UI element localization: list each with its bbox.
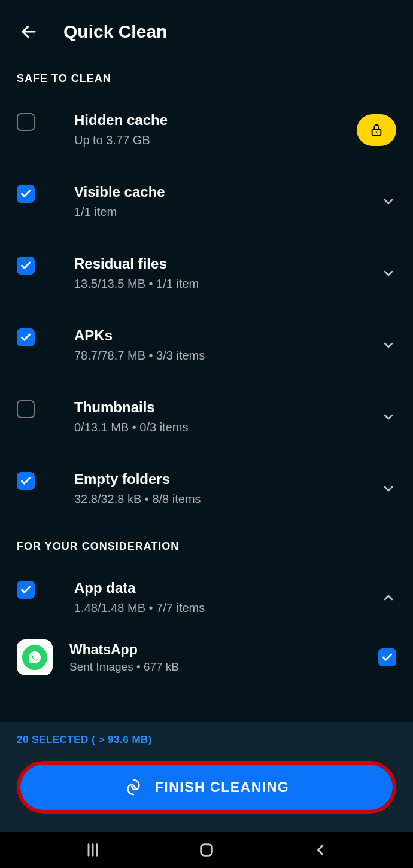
back-button[interactable] bbox=[18, 21, 40, 42]
item-subtitle: 13.5/13.5 MB • 1/1 item bbox=[74, 277, 364, 291]
chevron-down-icon[interactable] bbox=[381, 481, 396, 497]
chevron-down-icon[interactable] bbox=[381, 337, 396, 353]
nested-subtitle: Sent Images • 677 kB bbox=[69, 660, 362, 674]
chevron-up-icon[interactable] bbox=[381, 590, 396, 605]
item-app-data[interactable]: App data 1.48/1.48 MB • 7/7 items bbox=[0, 562, 413, 634]
checkbox-thumbnails[interactable] bbox=[17, 400, 35, 418]
item-title: Empty folders bbox=[74, 471, 364, 488]
checkbox-hidden-cache[interactable] bbox=[17, 113, 35, 131]
item-title: Thumbnails bbox=[74, 399, 364, 416]
item-subtitle: 1.48/1.48 MB • 7/7 items bbox=[74, 601, 364, 615]
item-subtitle: 1/1 item bbox=[74, 205, 364, 219]
item-title: App data bbox=[74, 580, 364, 596]
item-subtitle: Up to 3.77 GB bbox=[74, 133, 340, 147]
bottom-bar: 20 SELECTED ( > 93.6 MB) FINISH CLEANING bbox=[0, 722, 413, 832]
svg-rect-6 bbox=[201, 844, 212, 855]
checkbox-app-data[interactable] bbox=[17, 581, 35, 599]
chevron-down-icon[interactable] bbox=[381, 266, 396, 281]
lock-badge[interactable] bbox=[357, 114, 396, 146]
page-title: Quick Clean bbox=[63, 22, 167, 42]
chevron-down-icon[interactable] bbox=[381, 194, 396, 209]
section-consideration-header: FOR YOUR CONSIDERATION bbox=[0, 525, 413, 562]
item-thumbnails[interactable]: Thumbnails 0/13.1 MB • 0/3 items bbox=[0, 381, 413, 453]
swirl-icon bbox=[124, 778, 143, 797]
lock-icon bbox=[370, 122, 383, 138]
item-title: Residual files bbox=[74, 255, 364, 272]
item-subtitle: 78.7/78.7 MB • 3/3 items bbox=[74, 349, 364, 363]
nested-title: WhatsApp bbox=[69, 642, 362, 658]
nav-home[interactable] bbox=[192, 838, 221, 862]
whatsapp-icon bbox=[28, 650, 42, 665]
selected-count: 20 SELECTED ( > 93.6 MB) bbox=[17, 734, 396, 746]
checkbox-whatsapp[interactable] bbox=[378, 648, 396, 666]
checkbox-visible-cache[interactable] bbox=[17, 185, 35, 203]
cta-label: FINISH CLEANING bbox=[155, 779, 289, 796]
cta-highlight: FINISH CLEANING bbox=[17, 761, 396, 814]
item-visible-cache[interactable]: Visible cache 1/1 item bbox=[0, 166, 413, 237]
item-title: APKs bbox=[74, 327, 364, 344]
item-hidden-cache[interactable]: Hidden cache Up to 3.77 GB bbox=[0, 94, 413, 166]
item-title: Hidden cache bbox=[74, 112, 340, 129]
checkbox-residual-files[interactable] bbox=[17, 257, 35, 275]
app-icon-whatsapp bbox=[17, 639, 53, 675]
checkbox-apks[interactable] bbox=[17, 328, 35, 346]
section-safe-header: SAFE TO CLEAN bbox=[0, 57, 413, 94]
nested-item-whatsapp[interactable]: WhatsApp Sent Images • 677 kB bbox=[0, 634, 413, 681]
item-title: Visible cache bbox=[74, 184, 364, 200]
item-apks[interactable]: APKs 78.7/78.7 MB • 3/3 items bbox=[0, 309, 413, 381]
item-subtitle: 32.8/32.8 kB • 8/8 items bbox=[74, 492, 364, 506]
checkbox-empty-folders[interactable] bbox=[17, 472, 35, 490]
item-residual-files[interactable]: Residual files 13.5/13.5 MB • 1/1 item bbox=[0, 237, 413, 309]
item-empty-folders[interactable]: Empty folders 32.8/32.8 kB • 8/8 items bbox=[0, 453, 413, 525]
item-subtitle: 0/13.1 MB • 0/3 items bbox=[74, 421, 364, 434]
header: Quick Clean bbox=[0, 0, 413, 57]
nav-back[interactable] bbox=[305, 838, 335, 862]
finish-cleaning-button[interactable]: FINISH CLEANING bbox=[20, 765, 393, 810]
android-nav-bar bbox=[0, 832, 413, 868]
chevron-down-icon[interactable] bbox=[381, 409, 396, 425]
nav-recents[interactable] bbox=[78, 838, 108, 862]
